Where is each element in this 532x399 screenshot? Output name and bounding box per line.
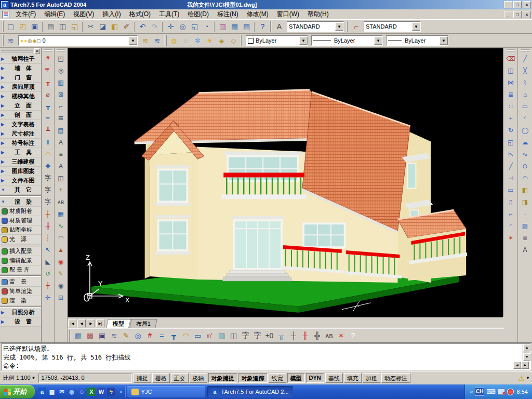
chevron-down-icon[interactable]: ▼ <box>374 36 382 45</box>
chevron-down-icon[interactable]: ▼ <box>299 36 308 45</box>
hand-edit-icon[interactable]: ◰ <box>55 52 66 64</box>
sidebar-menu-item[interactable]: ▶ 房间屋顶 <box>0 83 41 92</box>
spline-icon[interactable]: ∿ <box>520 148 531 160</box>
copy-object-icon[interactable]: ◫ <box>505 64 516 76</box>
linetype-combo[interactable]: ByLayer ▼ <box>311 35 383 46</box>
menu-item[interactable]: 编辑(E) <box>40 9 69 20</box>
toolbar-grip[interactable] <box>1 21 4 32</box>
stretch-icon[interactable]: ⇱ <box>505 148 516 160</box>
quick-select-icon[interactable]: ▥ <box>217 21 229 33</box>
line-icon[interactable]: ╱ <box>520 52 531 64</box>
make-layer-current-icon[interactable]: ≋ <box>139 35 151 47</box>
layer-combo[interactable]: ●●◍◆□ 0 ▼ <box>18 35 138 46</box>
toolbar-grip[interactable] <box>507 49 515 51</box>
arc-axis-icon[interactable]: ⌀ <box>42 88 54 100</box>
layer-previous-icon[interactable]: ≋ <box>151 35 163 47</box>
matchprop-icon[interactable]: ✐ <box>121 21 132 33</box>
revcloud-icon[interactable]: ☁ <box>520 136 531 148</box>
outlook-express-icon[interactable]: ✉ <box>58 388 66 396</box>
minimize-button[interactable]: _ <box>504 1 512 8</box>
sidebar-menu-item[interactable]: ▶ 图库图案 <box>0 167 41 176</box>
text-box-icon[interactable]: 字 <box>251 330 263 342</box>
messenger-icon[interactable]: ☺ <box>77 388 86 396</box>
dim-style-combo[interactable]: STANDARD ▼ <box>364 21 421 32</box>
pipe-icon[interactable]: ⌐ <box>55 100 66 112</box>
tab-nav-button[interactable]: ▶| <box>96 320 104 327</box>
doc-minimize-button[interactable]: _ <box>504 11 512 18</box>
status-toggle[interactable]: 基线 <box>325 373 343 383</box>
menu-item[interactable]: 修改(M) <box>243 9 273 20</box>
column2-icon[interactable]: ▥ <box>216 330 228 342</box>
toolbar-button[interactable] <box>42 22 43 32</box>
text-lines-icon[interactable]: 字 <box>42 196 54 208</box>
scroll-right-icon[interactable]: ▶ <box>521 362 529 369</box>
layer-lock2-icon[interactable]: ◈ <box>216 35 228 47</box>
toolbar-grip[interactable] <box>69 330 71 342</box>
text2-icon[interactable]: 字 <box>240 330 251 342</box>
toolbar-grip[interactable] <box>521 49 529 51</box>
media-app-icon[interactable]: ◉ <box>68 388 76 396</box>
help-icon[interactable]: ? <box>257 21 269 33</box>
offset-icon[interactable]: ≣ <box>505 88 516 100</box>
pavilion-icon[interactable]: ▲ <box>55 244 66 256</box>
scale-icon[interactable]: ◱ <box>505 136 516 148</box>
rings-icon[interactable]: ◎ <box>132 330 144 342</box>
make-block-icon[interactable]: ◨ <box>520 196 531 208</box>
array-icon[interactable]: ∷ <box>505 100 516 112</box>
xline-icon[interactable]: ╳ <box>520 64 531 76</box>
box-select-icon[interactable]: ⊠ <box>55 88 66 100</box>
extend-icon[interactable]: ⊣ <box>505 172 516 184</box>
slope-tool-icon[interactable]: ◣ <box>42 256 54 268</box>
move-xy-icon[interactable]: ✛ <box>42 291 54 303</box>
toolbar-grip[interactable] <box>1 35 4 46</box>
scroll-left-icon[interactable]: ◀ <box>513 362 521 369</box>
sidebar-menu-item[interactable]: ▶ 日照分析 <box>0 308 41 317</box>
menu-item[interactable]: 插入(I) <box>98 9 125 20</box>
sidebar-menu-item[interactable]: ▶ 设 置 <box>0 317 41 327</box>
scale-control[interactable]: 比例 1:100 ▼ <box>2 374 37 382</box>
magnifier-icon[interactable]: ◎ <box>55 64 66 76</box>
tarch-quicklaunch-icon[interactable]: a <box>38 388 46 396</box>
toolbar-grip[interactable] <box>347 21 349 32</box>
toolbar-button[interactable] <box>254 22 255 32</box>
axis-grid-icon[interactable]: ＃ <box>42 52 54 64</box>
design-center-icon[interactable]: ▦ <box>229 21 241 33</box>
dim-batch-icon[interactable]: ╬ <box>311 330 323 342</box>
layer-color-swatch[interactable]: □ <box>37 38 41 44</box>
text-style-combo[interactable]: STANDARD ▼ <box>287 21 344 32</box>
column-cross-icon[interactable]: ✚ <box>42 160 54 172</box>
eye-icon[interactable]: ◉ <box>55 280 66 291</box>
stair-icon[interactable]: ╥ <box>275 330 287 342</box>
axis-node-icon[interactable]: 〒 <box>42 64 54 76</box>
menu-item[interactable]: 窗口(W) <box>273 9 303 20</box>
move-icon[interactable]: ＋ <box>505 112 516 124</box>
mirror-icon[interactable]: ⋈ <box>505 76 516 88</box>
save-icon[interactable]: ▣ <box>29 21 41 33</box>
select-circle-icon[interactable]: ↖ <box>42 244 54 256</box>
new-file-icon[interactable]: ▢ <box>5 21 17 33</box>
pencil-icon[interactable]: ✎ <box>55 268 66 280</box>
toolbar-grip[interactable] <box>241 35 243 46</box>
menu-item[interactable]: 标注(N) <box>213 9 243 20</box>
arch-door-icon[interactable]: ◠ <box>55 232 66 244</box>
mapping-coords-item[interactable]: 贴图坐标 <box>0 225 41 235</box>
ellipse-icon[interactable]: ⊜ <box>520 160 531 172</box>
point-icon[interactable]: · <box>520 208 531 220</box>
bomb-icon[interactable]: ✶ <box>335 330 347 342</box>
command-input[interactable]: 命令: ◀ ▶ <box>1 361 531 370</box>
ellipse-arc-icon[interactable]: ◠ <box>520 172 531 184</box>
number-grid-icon[interactable]: ▤ <box>55 124 66 136</box>
lineweight-combo[interactable]: ByLayer ▼ <box>386 35 448 46</box>
layer-manager-icon[interactable]: ≋ <box>5 35 17 47</box>
sidebar-menu-item[interactable]: ▼ 其 它 <box>0 185 41 195</box>
layer-plot-icon[interactable]: ◍ <box>28 38 32 44</box>
status-toggle[interactable]: 动态标注 <box>381 373 410 383</box>
toolbar-button[interactable] <box>214 22 215 32</box>
scroll-down-icon[interactable]: ▼ <box>523 353 530 361</box>
color-combo[interactable]: ByLayer ▼ <box>246 35 308 46</box>
redo-icon[interactable]: ↷ <box>149 21 161 33</box>
status-toggle[interactable]: 正交 <box>171 373 189 383</box>
background-item[interactable]: 背 景 <box>0 277 41 287</box>
menu-item[interactable]: 绘图(D) <box>183 9 213 20</box>
zoom-window-icon[interactable]: ◱ <box>189 21 201 33</box>
